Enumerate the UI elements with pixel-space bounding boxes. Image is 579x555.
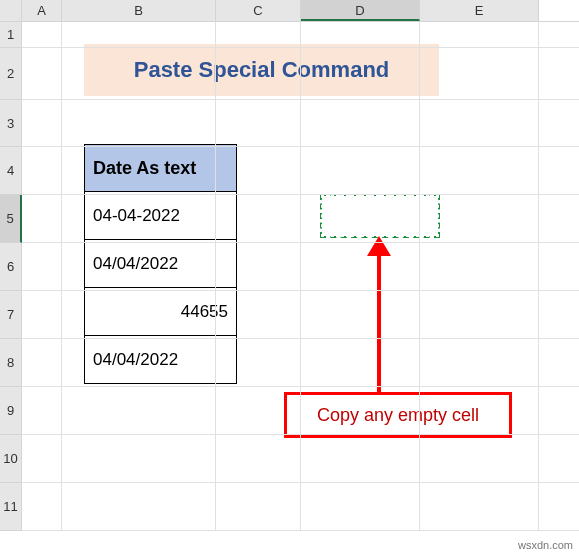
row-header-8[interactable]: 8	[0, 339, 22, 387]
gridline-h	[22, 338, 579, 339]
gridline-h	[22, 194, 579, 195]
cells-area[interactable]: Paste Special Command Date As text 04-04…	[22, 22, 579, 531]
col-header-D[interactable]: D	[301, 0, 420, 21]
page-title: Paste Special Command	[84, 44, 439, 96]
row-header-10[interactable]: 10	[0, 435, 22, 483]
gridline-h	[22, 530, 579, 531]
annotation-callout: Copy any empty cell	[284, 392, 512, 438]
col-header-A[interactable]: A	[22, 0, 62, 21]
arrow-line	[377, 254, 381, 399]
gridline-h	[22, 434, 579, 435]
spreadsheet-grid: ABCDE 1234567891011 Paste Special Comman…	[0, 0, 579, 555]
copied-cell-marquee[interactable]	[320, 194, 440, 238]
gridline-h	[22, 386, 579, 387]
col-header-E[interactable]: E	[420, 0, 539, 21]
gridline-h	[22, 290, 579, 291]
gridline-h	[22, 242, 579, 243]
watermark: wsxdn.com	[518, 539, 573, 551]
col-header-B[interactable]: B	[62, 0, 216, 21]
col-header-C[interactable]: C	[216, 0, 301, 21]
row-header-2[interactable]: 2	[0, 48, 22, 100]
row-header-3[interactable]: 3	[0, 100, 22, 147]
row-header-5[interactable]: 5	[0, 195, 22, 243]
gridline-h	[22, 482, 579, 483]
column-headers: ABCDE	[0, 0, 579, 22]
row-header-4[interactable]: 4	[0, 147, 22, 195]
annotation-arrow	[372, 236, 386, 399]
row-header-9[interactable]: 9	[0, 387, 22, 435]
row-headers: 1234567891011	[0, 22, 22, 531]
row-header-1[interactable]: 1	[0, 22, 22, 48]
row-header-6[interactable]: 6	[0, 243, 22, 291]
gridline-h	[22, 146, 579, 147]
gridline-h	[22, 47, 579, 48]
select-all-corner[interactable]	[0, 0, 22, 21]
arrow-up-icon	[367, 236, 391, 256]
row-header-7[interactable]: 7	[0, 291, 22, 339]
row-header-11[interactable]: 11	[0, 483, 22, 531]
gridline-h	[22, 99, 579, 100]
